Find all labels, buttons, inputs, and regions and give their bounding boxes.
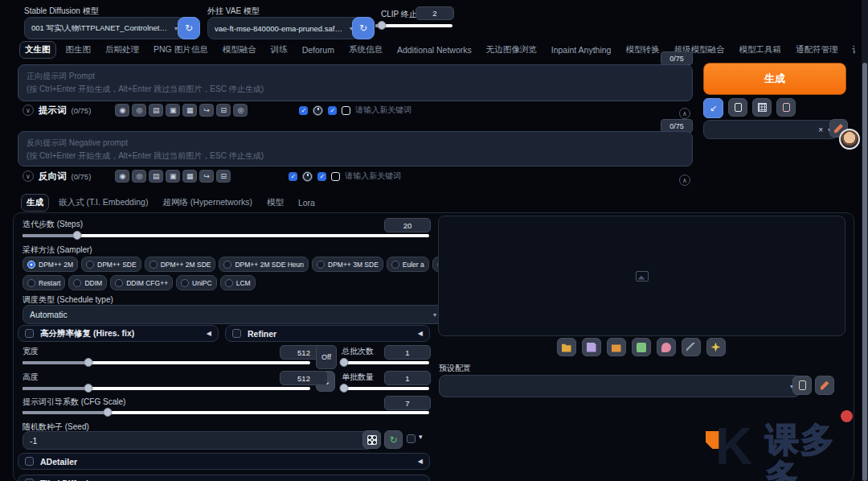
clear-styles-icon[interactable]: × [818, 125, 823, 134]
history-clock-icon[interactable] [302, 171, 313, 182]
sampler-option[interactable]: DDIM CFG++ [110, 275, 173, 290]
scrollbar[interactable] [862, 0, 868, 481]
tab-PNG 图片信息[interactable]: PNG 图片信息 [149, 42, 213, 58]
grid-button[interactable]: ▦ [182, 104, 197, 117]
adetailer-panel[interactable]: ADetailer ◀ [18, 453, 430, 470]
sd-model-refresh-button[interactable]: ↻ [178, 17, 200, 39]
sampler-option[interactable]: DPM++ 2M SDE [145, 257, 216, 272]
tab-Additional Networks[interactable]: Additional Networks [392, 43, 477, 57]
keyword-input[interactable]: 请输入新关键词 [345, 171, 401, 182]
open-folder-button[interactable] [557, 338, 576, 356]
preset-dropdown[interactable]: ▾ [439, 375, 800, 397]
sampler-option[interactable]: LCM [220, 275, 256, 290]
extra-checkbox[interactable] [331, 172, 340, 181]
tiled-diffusion-panel[interactable]: Tiled Diffusion ◀ [18, 475, 430, 481]
reuse-seed-button[interactable]: ↻ [384, 430, 403, 449]
preset-save-button[interactable] [792, 376, 812, 395]
paste-params-button[interactable]: ↙ [703, 98, 723, 118]
settings-button[interactable]: ◎ [233, 104, 248, 117]
save-zip-button[interactable] [607, 338, 626, 356]
collapse-negative-tools-icon[interactable]: ∨ [23, 171, 34, 182]
sd-model-dropdown[interactable]: 001 写实\人物\TTPLANET_Controlnet_Tile_real … [24, 17, 185, 39]
cfg-value[interactable]: 7 [384, 396, 431, 410]
sampler-option[interactable]: DPM++ 3M SDE [312, 257, 383, 272]
tab-设置[interactable]: 设置 [847, 42, 855, 58]
hires-fix-checkbox[interactable] [25, 329, 34, 338]
sampler-option[interactable]: DPM++ 2M SDE Heun [219, 257, 309, 272]
styles-dropdown[interactable]: × ▾ [703, 120, 838, 139]
extra-seed-checkbox[interactable] [407, 434, 416, 443]
extra-networks-button[interactable] [752, 98, 772, 117]
ball-button[interactable]: ◉ [115, 170, 129, 183]
height-value[interactable]: 512 [280, 371, 328, 385]
autocomplete-checkbox[interactable]: ✓ [289, 172, 297, 181]
tab-训练[interactable]: 训练 [266, 42, 293, 58]
output-gallery[interactable] [438, 216, 845, 336]
tab-系统信息[interactable]: 系统信息 [344, 42, 387, 58]
tab-图生图[interactable]: 图生图 [61, 42, 96, 58]
sampler-option[interactable]: UniPC [176, 275, 217, 290]
hires-fix-panel[interactable]: 高分辨率修复 (Hires. fix) ◀ [18, 325, 219, 342]
collapse-panel-up-icon[interactable]: ∧ [679, 175, 690, 186]
steps-slider[interactable] [23, 234, 429, 237]
send-to-inpaint-button[interactable] [657, 338, 676, 356]
send-to-extras-button[interactable] [682, 338, 701, 356]
save-style-button[interactable]: ▣ [166, 104, 180, 117]
subtab-超网络 (Hypernetworks)[interactable]: 超网络 (Hypernetworks) [158, 195, 256, 211]
vae-dropdown[interactable]: vae-ft-mse-840000-ema-pruned.safetensors… [207, 17, 360, 39]
tab-文生图[interactable]: 文生图 [19, 41, 56, 59]
sampler-option[interactable]: Euler a [387, 257, 429, 272]
apply-styles-button[interactable] [776, 98, 796, 117]
save-style-button[interactable]: ▣ [166, 170, 180, 183]
refiner-panel[interactable]: Refiner ◀ [225, 325, 430, 342]
tab-通配符管理[interactable]: 通配符管理 [791, 42, 843, 58]
tab-Inpaint Anything[interactable]: Inpaint Anything [547, 43, 616, 57]
tab-后期处理[interactable]: 后期处理 [100, 42, 144, 58]
magic-button[interactable] [706, 338, 726, 356]
refiner-checkbox[interactable] [232, 329, 241, 338]
height-slider[interactable] [23, 387, 310, 390]
grid-button[interactable]: ▦ [182, 170, 197, 183]
batch-size-slider[interactable] [342, 387, 429, 390]
random-seed-button[interactable] [362, 430, 381, 449]
trash-button[interactable]: ⊟ [216, 170, 231, 183]
scrollbar-thumb[interactable] [862, 63, 867, 481]
schedule-dropdown[interactable]: Automatic ▾ [23, 305, 444, 324]
subtab-Lora[interactable]: Lora [293, 195, 320, 210]
extra-checkbox[interactable] [342, 106, 350, 115]
steps-value[interactable]: 20 [384, 218, 431, 232]
negative-textarea[interactable]: 反向提示词 Negative prompt (按 Ctrl+Enter 开始生成… [18, 131, 693, 166]
clear-prompt-button[interactable] [728, 98, 747, 117]
gear-button[interactable]: ◎ [132, 104, 146, 117]
sampler-option[interactable]: DDIM [68, 275, 107, 290]
avatar[interactable] [839, 129, 860, 150]
seed-input[interactable]: -1 [23, 431, 373, 450]
aspect-ratio-button[interactable]: Off [316, 345, 337, 369]
gear-button[interactable]: ◎ [132, 170, 146, 183]
collapse-panel-up-icon[interactable]: ∧ [679, 108, 690, 119]
width-slider[interactable] [23, 361, 310, 364]
sampler-option[interactable]: DPM++ SDE [81, 257, 141, 272]
batch-count-value[interactable]: 1 [384, 345, 431, 360]
document-button[interactable]: ▤ [149, 104, 163, 117]
send-to-img2img-button[interactable] [632, 338, 651, 356]
tab-无边图像浏览[interactable]: 无边图像浏览 [481, 42, 542, 58]
subtab-生成[interactable]: 生成 [21, 194, 49, 212]
save-image-button[interactable] [582, 338, 601, 356]
clip-skip-slider[interactable] [375, 24, 452, 27]
preset-edit-button[interactable] [815, 376, 834, 395]
adetailer-checkbox[interactable] [25, 457, 34, 466]
batch-count-slider[interactable] [342, 361, 429, 364]
sampler-option[interactable]: Restart [23, 275, 65, 290]
translate-checkbox[interactable]: ✓ [328, 106, 337, 115]
tab-模型转换[interactable]: 模型转换 [620, 42, 664, 58]
keyword-input[interactable]: 请输入新关键词 [355, 105, 411, 116]
tab-模型工具箱[interactable]: 模型工具箱 [734, 42, 786, 58]
prompt-textarea[interactable]: 正向提示词 Prompt (按 Ctrl+Enter 开始生成，Alt+Ente… [18, 64, 693, 101]
tab-模型融合[interactable]: 模型融合 [218, 42, 261, 58]
tab-Deforum[interactable]: Deforum [297, 43, 339, 57]
batch-size-value[interactable]: 1 [384, 371, 431, 385]
collapse-prompt-tools-icon[interactable]: ∨ [23, 105, 34, 116]
generate-button[interactable]: 生成 [703, 63, 846, 95]
subtab-嵌入式 (T.I. Embedding)[interactable]: 嵌入式 (T.I. Embedding) [54, 195, 153, 211]
